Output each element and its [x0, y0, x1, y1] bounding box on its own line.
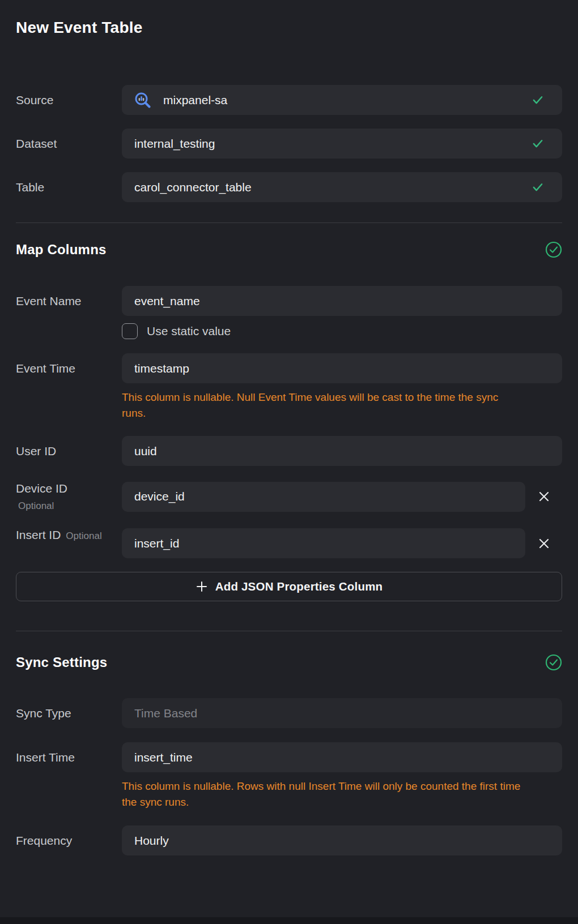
event-name-row: Event Name event_name — [16, 286, 562, 316]
section-divider — [16, 223, 562, 223]
close-icon — [538, 537, 550, 550]
insert-time-row: Insert Time insert_time — [16, 742, 562, 772]
frequency-value: Hourly — [134, 834, 552, 848]
valid-check-icon — [532, 138, 544, 149]
new-event-table-form: New Event Table Source mixpanel-sa Datas… — [0, 0, 578, 855]
frequency-label: Frequency — [16, 825, 122, 855]
event-name-select[interactable]: event_name — [122, 286, 562, 316]
source-row: Source mixpanel-sa — [16, 85, 562, 115]
device-id-value: device_id — [134, 490, 515, 503]
valid-check-icon — [532, 94, 544, 106]
dataset-value: internal_testing — [134, 137, 532, 151]
device-id-row: Device ID Optional device_id — [16, 481, 562, 512]
event-time-select[interactable]: timestamp — [122, 353, 562, 383]
section-complete-icon — [545, 241, 562, 258]
table-label: Table — [16, 172, 122, 202]
table-value: carol_connector_table — [134, 181, 532, 194]
insert-time-nullable-warning: This column is nullable. Rows with null … — [122, 778, 525, 810]
event-name-label: Event Name — [16, 286, 122, 316]
insert-id-label-group: Insert ID Optional — [16, 528, 122, 558]
source-value: mixpanel-sa — [163, 93, 532, 107]
map-columns-header: Map Columns — [16, 241, 562, 258]
device-id-label: Device ID — [16, 482, 122, 495]
insert-id-optional-label: Optional — [66, 531, 101, 542]
user-id-select[interactable]: uuid — [122, 436, 562, 466]
device-id-remove-button[interactable] — [525, 482, 562, 512]
add-json-properties-column-label: Add JSON Properties Column — [215, 580, 383, 593]
event-time-row: Event Time timestamp — [16, 353, 562, 383]
user-id-value: uuid — [134, 444, 552, 458]
section-divider — [16, 631, 562, 631]
dataset-row: Dataset internal_testing — [16, 129, 562, 159]
page-title: New Event Table — [16, 19, 562, 37]
mixpanel-logo-icon — [134, 92, 151, 109]
sync-type-value: Time Based — [134, 707, 552, 720]
insert-id-select[interactable]: insert_id — [122, 528, 525, 558]
device-id-select[interactable]: device_id — [122, 482, 525, 512]
frequency-select[interactable]: Hourly — [122, 825, 562, 855]
close-icon — [538, 490, 550, 503]
table-select[interactable]: carol_connector_table — [122, 172, 562, 202]
plus-icon — [196, 580, 208, 593]
add-json-properties-column-button[interactable]: Add JSON Properties Column — [16, 572, 562, 601]
sync-type-select: Time Based — [122, 698, 562, 728]
sync-type-label: Sync Type — [16, 698, 122, 728]
insert-id-remove-button[interactable] — [525, 528, 562, 558]
insert-time-select[interactable]: insert_time — [122, 742, 562, 772]
event-time-value: timestamp — [134, 362, 552, 375]
event-time-nullable-warning: This column is nullable. Null Event Time… — [122, 390, 522, 421]
source-label: Source — [16, 85, 122, 115]
source-select[interactable]: mixpanel-sa — [122, 85, 562, 115]
device-id-optional-label: Optional — [18, 500, 122, 512]
insert-time-value: insert_time — [134, 751, 552, 764]
insert-time-label: Insert Time — [16, 742, 122, 772]
sync-settings-header: Sync Settings — [16, 654, 562, 671]
insert-id-value: insert_id — [134, 537, 515, 550]
user-id-label: User ID — [16, 436, 122, 466]
use-static-value-label: Use static value — [147, 324, 231, 338]
use-static-value-checkbox[interactable] — [122, 323, 138, 339]
map-columns-heading: Map Columns — [16, 242, 107, 258]
user-id-row: User ID uuid — [16, 436, 562, 466]
dataset-select[interactable]: internal_testing — [122, 129, 562, 159]
sync-type-row: Sync Type Time Based — [16, 698, 562, 728]
device-id-label-group: Device ID Optional — [16, 481, 122, 512]
insert-id-row: Insert ID Optional insert_id — [16, 528, 562, 558]
event-name-value: event_name — [134, 294, 552, 308]
frequency-row: Frequency Hourly — [16, 825, 562, 855]
event-time-label: Event Time — [16, 353, 122, 383]
sync-settings-heading: Sync Settings — [16, 654, 107, 670]
table-row: Table carol_connector_table — [16, 172, 562, 202]
section-complete-icon — [545, 654, 562, 671]
insert-id-label: Insert ID — [16, 528, 61, 542]
valid-check-icon — [532, 181, 544, 193]
dataset-label: Dataset — [16, 129, 122, 159]
use-static-value-row: Use static value — [122, 323, 562, 339]
bottom-edge-strip — [0, 917, 578, 924]
